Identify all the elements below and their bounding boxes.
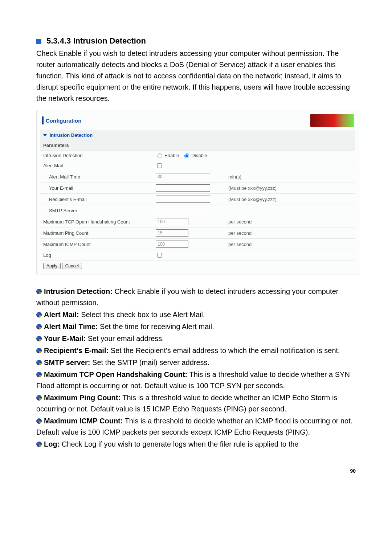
parameters-table: Intrusion Detection Parameters Intrusion… — [40, 130, 355, 271]
sphere-bullet-icon — [36, 442, 42, 447]
bullet-term: Your E-Mail: — [44, 335, 86, 342]
row-max-icmp: Maximum ICMP Count per second — [40, 239, 355, 250]
bullet-item: Recipient's E-mail: Set the Recipient's … — [36, 345, 359, 356]
bullet-description: Check Log if you wish to generate logs w… — [60, 440, 298, 448]
hint-recipient-email: (Must be xxx@yyy.zzz) — [225, 194, 355, 205]
bullet-term: SMTP server: — [44, 358, 90, 366]
radio-enable-input[interactable] — [158, 153, 162, 158]
bullet-item: Alert Mail Time: Set the time for receiv… — [36, 321, 359, 332]
radio-enable-label: Enable — [164, 153, 179, 158]
bullet-term: Maximum Ping Count: — [44, 394, 121, 402]
label-max-icmp: Maximum ICMP Count — [40, 239, 153, 250]
unit-max-icmp: per second — [225, 239, 355, 250]
input-max-ping[interactable] — [156, 229, 188, 237]
bullet-description: Select this check box to use Alert Mail. — [79, 311, 205, 319]
sphere-bullet-icon — [36, 289, 42, 294]
radio-disable-input[interactable] — [184, 153, 189, 158]
label-alert-mail: Alert Mail — [40, 160, 153, 171]
bullet-description: Set the time for receiving Alert mail. — [98, 323, 214, 331]
input-your-email[interactable] — [156, 184, 210, 192]
section-heading: 5.3.4.3 Intrusion Detection — [46, 36, 146, 46]
bullet-item: Maximum Ping Count: This is a threshold … — [36, 392, 359, 415]
section-link-label: Intrusion Detection — [50, 132, 93, 138]
label-your-email: Your E-mail — [40, 182, 153, 194]
label-smtp-server: SMTP Server — [40, 205, 153, 216]
hint-your-email: (Must be xxx@yyy.zzz) — [225, 182, 355, 194]
bullet-term: Alert Mail Time: — [44, 323, 98, 331]
apply-button[interactable]: Apply — [43, 263, 61, 269]
sphere-bullet-icon — [36, 348, 42, 353]
bullet-term: Recipient's E-mail: — [44, 346, 109, 354]
description-bullet-list: Intrusion Detection: Check Enable if you… — [36, 286, 359, 450]
row-smtp-server: SMTP Server — [40, 205, 355, 216]
bullet-term: Intrusion Detection: — [44, 287, 113, 295]
config-accent-bar-icon — [42, 116, 44, 124]
label-log: Log — [40, 250, 153, 261]
bullet-item: SMTP server: Set the SMTP (mail) server … — [36, 357, 359, 368]
sphere-bullet-icon — [36, 372, 42, 377]
bullet-item: Your E-Mail: Set your email address. — [36, 333, 359, 344]
sphere-bullet-icon — [36, 312, 42, 317]
configuration-panel: Configuration Intrusion Detection Parame… — [36, 110, 359, 275]
bullet-item: Alert Mail: Select this check box to use… — [36, 309, 359, 320]
row-intrusion-detection: Intrusion Detection Enable Disable — [40, 151, 355, 160]
label-max-ping: Maximum Ping Count — [40, 227, 153, 239]
sphere-bullet-icon — [36, 360, 42, 365]
bullet-term: Alert Mail: — [44, 311, 79, 319]
unit-max-tcp: per second — [225, 216, 355, 227]
radio-disable[interactable]: Disable — [183, 152, 207, 158]
chevron-down-icon — [43, 134, 47, 136]
row-recipient-email: Recipient's E-mail (Must be xxx@yyy.zzz) — [40, 194, 355, 205]
label-recipient-email: Recipient's E-mail — [40, 194, 153, 205]
unit-alert-mail-time: min(s) — [225, 171, 355, 182]
bullet-term: Maximum TCP Open Handshaking Count: — [44, 370, 187, 378]
row-alert-mail-time: Alert Mail Time min(s) — [40, 171, 355, 182]
brand-logo-icon — [310, 114, 354, 127]
checkbox-alert-mail[interactable] — [157, 163, 162, 168]
unit-max-ping: per second — [225, 227, 355, 239]
config-title: Configuration — [46, 118, 81, 124]
bullet-description: Set the SMTP (mail) server address. — [90, 358, 209, 366]
bullet-term: Maximum ICMP Count: — [44, 417, 123, 425]
page-number: 90 — [36, 468, 359, 474]
row-max-ping: Maximum Ping Count per second — [40, 227, 355, 239]
row-max-tcp: Maximum TCP Open Handshaking Count per s… — [40, 216, 355, 227]
intrusion-detection-section-link[interactable]: Intrusion Detection — [40, 130, 355, 140]
input-max-icmp[interactable] — [156, 241, 188, 248]
sphere-bullet-icon — [36, 418, 42, 424]
checkbox-log[interactable] — [157, 253, 162, 258]
label-intrusion-detection: Intrusion Detection — [40, 151, 153, 160]
input-smtp-server[interactable] — [156, 207, 210, 214]
intro-paragraph: Check Enable if you wish to detect intru… — [36, 48, 359, 104]
label-max-tcp: Maximum TCP Open Handshaking Count — [40, 216, 153, 227]
bullet-item: Maximum ICMP Count: This is a threshold … — [36, 415, 359, 438]
input-max-tcp[interactable] — [156, 218, 188, 225]
row-log: Log — [40, 250, 355, 261]
sphere-bullet-icon — [36, 336, 42, 341]
bullet-item: Maximum TCP Open Handshaking Count: This… — [36, 369, 359, 391]
row-alert-mail: Alert Mail — [40, 160, 355, 171]
radio-disable-label: Disable — [191, 153, 207, 158]
bullet-item: Log: Check Log if you wish to generate l… — [36, 439, 359, 450]
input-recipient-email[interactable] — [156, 196, 210, 203]
blue-square-icon — [36, 39, 41, 44]
radio-enable[interactable]: Enable — [156, 152, 179, 158]
row-your-email: Your E-mail (Must be xxx@yyy.zzz) — [40, 182, 355, 194]
parameters-header: Parameters — [40, 140, 355, 151]
sphere-bullet-icon — [36, 395, 42, 401]
input-alert-mail-time[interactable] — [156, 173, 210, 180]
bullet-item: Intrusion Detection: Check Enable if you… — [36, 286, 359, 308]
sphere-bullet-icon — [36, 324, 42, 329]
bullet-description: Set the Recipient's email address to whi… — [109, 346, 340, 354]
bullet-term: Log: — [44, 440, 60, 448]
bullet-description: Set your email address. — [86, 335, 164, 342]
cancel-button[interactable]: Cancel — [62, 263, 82, 269]
label-alert-mail-time: Alert Mail Time — [40, 171, 153, 182]
